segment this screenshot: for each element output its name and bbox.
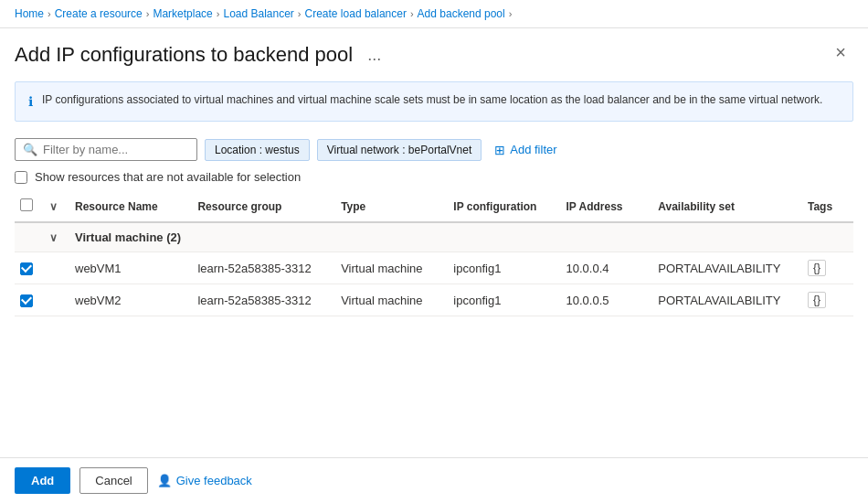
info-message: IP configurations associated to virtual … — [42, 91, 822, 108]
show-unavailable-label: Show resources that are not available fo… — [35, 170, 301, 184]
row2-checkbox[interactable] — [20, 294, 33, 307]
group-label-cell: Virtual machine (2) — [69, 222, 853, 252]
row1-avail: PORTALAVAILABILITY — [652, 252, 802, 284]
row1-ipaddr: 10.0.0.4 — [561, 252, 653, 284]
row2-type: Virtual machine — [335, 284, 448, 316]
row1-type: Virtual machine — [335, 252, 448, 284]
cancel-button[interactable]: Cancel — [79, 467, 147, 494]
resource-table: Resource Name Resource group Type IP con… — [15, 191, 853, 316]
info-icon: ℹ — [28, 92, 33, 112]
select-all-checkbox[interactable] — [20, 198, 33, 211]
table-row: webVM1 learn-52a58385-3312 Virtual machi… — [15, 252, 853, 284]
filter-input[interactable] — [43, 143, 189, 156]
funnel-icon: ⊞ — [494, 143, 505, 157]
close-button[interactable]: × — [828, 43, 853, 61]
col-header-ipconfig: IP configuration — [448, 191, 560, 222]
breadcrumb-add-backend-pool[interactable]: Add backend pool — [418, 7, 505, 20]
page-title: Add IP configurations to backend pool — [15, 43, 353, 67]
table-row: webVM2 learn-52a58385-3312 Virtual machi… — [15, 284, 853, 316]
row2-avail: PORTALAVAILABILITY — [652, 284, 802, 316]
table-body: Virtual machine (2) webVM1 learn-52a5838… — [15, 222, 853, 316]
row1-group: learn-52a58385-3312 — [192, 252, 335, 284]
breadcrumb-create-resource[interactable]: Create a resource — [55, 7, 143, 20]
info-banner: ℹ IP configurations associated to virtua… — [15, 81, 853, 122]
row2-tags: {} — [802, 284, 853, 316]
group-check-cell — [15, 222, 44, 252]
show-unavailable-checkbox[interactable] — [15, 171, 27, 184]
group-chevron-cell — [44, 222, 69, 252]
breadcrumb-chevron-2: › — [146, 8, 150, 19]
row2-name: webVM2 — [69, 284, 192, 316]
feedback-label: Give feedback — [176, 474, 252, 487]
row1-checkbox[interactable] — [20, 262, 33, 275]
breadcrumb-create-lb[interactable]: Create load balancer — [305, 7, 407, 20]
breadcrumb-load-balancer[interactable]: Load Balancer — [223, 7, 293, 20]
row2-check-cell[interactable] — [15, 284, 44, 316]
row1-ipconfig: ipconfig1 — [448, 252, 560, 284]
filter-input-wrapper: 🔍 — [15, 138, 197, 161]
expand-all-icon[interactable] — [49, 200, 58, 213]
add-filter-label: Add filter — [510, 143, 556, 156]
resource-table-container: Resource Name Resource group Type IP con… — [0, 191, 868, 316]
group-title: Virtual machine (2) — [75, 230, 181, 244]
breadcrumb-home[interactable]: Home — [15, 7, 44, 20]
ellipsis-button[interactable]: ... — [362, 44, 386, 67]
col-header-type: Type — [335, 191, 448, 222]
table-header-row: Resource Name Resource group Type IP con… — [15, 191, 853, 222]
col-header-resource-name: Resource Name — [69, 191, 192, 222]
col-header-chevron — [44, 191, 69, 222]
add-filter-button[interactable]: ⊞ Add filter — [489, 139, 562, 161]
location-filter-tag[interactable]: Location : westus — [205, 139, 310, 161]
header-left: Add IP configurations to backend pool ..… — [15, 43, 386, 67]
col-header-tags: Tags — [802, 191, 853, 222]
row2-ipconfig: ipconfig1 — [448, 284, 560, 316]
filter-bar: 🔍 Location : westus Virtual network : be… — [0, 129, 868, 166]
panel-footer: Add Cancel 👤 Give feedback — [0, 457, 868, 503]
group-expand-icon[interactable] — [49, 230, 58, 244]
panel-header: Add IP configurations to backend pool ..… — [0, 28, 868, 74]
row2-ipaddr: 10.0.0.5 — [561, 284, 653, 316]
col-header-check — [15, 191, 44, 222]
breadcrumb-chevron-4: › — [298, 8, 302, 19]
group-row-vm: Virtual machine (2) — [15, 222, 853, 252]
breadcrumb-chevron-5: › — [410, 8, 414, 19]
breadcrumb: Home › Create a resource › Marketplace ›… — [0, 0, 868, 28]
feedback-button[interactable]: 👤 Give feedback — [157, 474, 252, 487]
breadcrumb-chevron-6: › — [509, 8, 513, 19]
col-header-avail: Availability set — [652, 191, 802, 222]
row1-name: webVM1 — [69, 252, 192, 284]
group-label: Virtual machine (2) — [75, 230, 848, 244]
show-unavailable-row: Show resources that are not available fo… — [0, 166, 868, 191]
search-icon: 🔍 — [23, 143, 37, 156]
add-button[interactable]: Add — [15, 467, 70, 494]
feedback-icon: 👤 — [157, 474, 172, 487]
row1-check-cell[interactable] — [15, 252, 44, 284]
breadcrumb-marketplace[interactable]: Marketplace — [153, 7, 212, 20]
row2-chevron-cell — [44, 284, 69, 316]
col-header-ipaddr: IP Address — [561, 191, 653, 222]
row2-group: learn-52a58385-3312 — [192, 284, 335, 316]
breadcrumb-chevron-3: › — [217, 8, 220, 19]
row1-tags: {} — [802, 252, 853, 284]
breadcrumb-chevron-1: › — [48, 8, 51, 19]
vnet-filter-tag[interactable]: Virtual network : bePortalVnet — [317, 139, 482, 161]
col-header-resource-group: Resource group — [192, 191, 335, 222]
row1-tags-button[interactable]: {} — [808, 260, 826, 276]
row1-chevron-cell — [44, 252, 69, 284]
row2-tags-button[interactable]: {} — [808, 292, 826, 308]
